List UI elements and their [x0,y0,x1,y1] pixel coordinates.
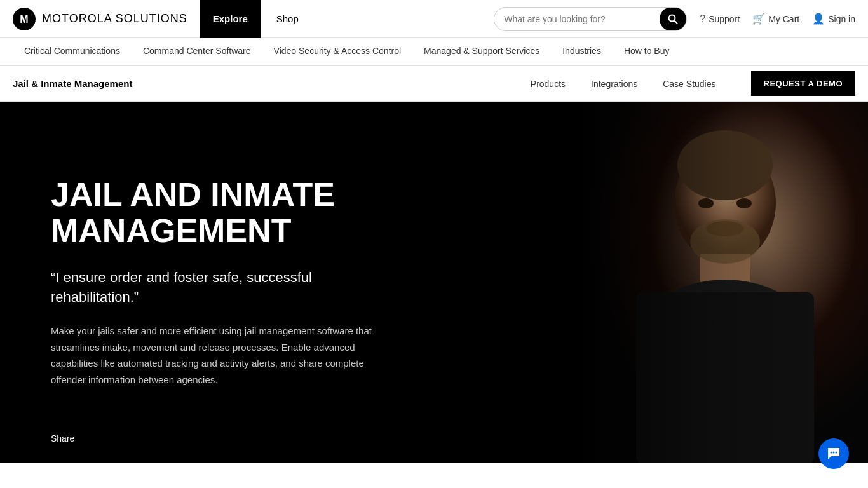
secondary-navigation: Critical Communications Command Center S… [0,38,868,66]
explore-button[interactable]: Explore [200,0,261,38]
hero-content: JAIL AND INMATE MANAGEMENT “I ensure ord… [0,139,445,426]
cart-link[interactable]: 🛒 My Cart [752,13,799,25]
search-input[interactable] [494,14,660,24]
products-link[interactable]: Products [527,79,569,89]
share-label: Share [51,433,74,444]
svg-rect-14 [582,102,868,463]
chat-icon [827,447,841,461]
nav-critical-communications[interactable]: Critical Communications [13,38,132,66]
hero-title: JAIL AND INMATE MANAGEMENT [51,177,394,249]
search-area: ? Support 🛒 My Cart 👤 Sign in [494,7,855,31]
signin-link[interactable]: 👤 Sign in [812,13,855,25]
hero-person-svg [582,102,868,463]
svg-text:M: M [20,14,28,25]
nav-managed-support[interactable]: Managed & Support Services [412,38,551,66]
hero-image [582,102,868,463]
shop-button[interactable]: Shop [267,0,308,38]
user-icon: 👤 [812,13,825,25]
search-button[interactable] [660,7,686,31]
integrations-link[interactable]: Integrations [588,79,641,89]
nav-how-to-buy[interactable]: How to Buy [613,38,681,66]
nav-command-center[interactable]: Command Center Software [132,38,262,66]
logo-area[interactable]: M MOTOROLA SOLUTIONS [13,8,187,30]
page-title: Jail & Inmate Management [13,78,132,89]
hero-section: JAIL AND INMATE MANAGEMENT “I ensure ord… [0,102,868,463]
svg-point-17 [836,452,837,454]
request-demo-button[interactable]: REQUEST A DEMO [751,71,856,96]
svg-point-15 [831,452,832,454]
search-icon [668,14,678,24]
svg-line-3 [675,20,677,23]
top-navigation: M MOTOROLA SOLUTIONS Explore Shop ? Supp… [0,0,868,38]
case-studies-link[interactable]: Case Studies [660,79,719,89]
brand-name: MOTOROLA SOLUTIONS [42,12,187,25]
hero-quote: “I ensure order and foster safe, success… [51,268,394,308]
hero-description: Make your jails safer and more efficient… [51,323,394,388]
cart-icon: 🛒 [752,13,765,25]
tertiary-links: Products Integrations Case Studies REQUE… [527,71,855,96]
svg-point-16 [833,452,835,454]
nav-video-security[interactable]: Video Security & Access Control [262,38,413,66]
nav-industries[interactable]: Industries [551,38,613,66]
search-box [494,7,687,31]
share-area[interactable]: Share [51,433,74,444]
tertiary-navigation: Jail & Inmate Management Products Integr… [0,66,868,102]
support-icon: ? [700,13,705,25]
nav-actions: ? Support 🛒 My Cart 👤 Sign in [700,13,855,25]
motorola-logo-icon: M [13,8,36,30]
support-link[interactable]: ? Support [700,13,740,25]
